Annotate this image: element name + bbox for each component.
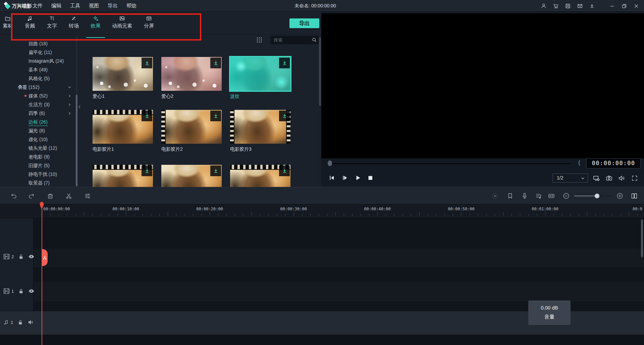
sidebar-item[interactable]: 取景器 (7): [0, 179, 83, 187]
effects-scrollbar-thumb[interactable]: [319, 37, 321, 106]
download-badge[interactable]: [279, 165, 290, 176]
download-badge[interactable]: [142, 165, 152, 176]
close-button[interactable]: [633, 3, 639, 9]
split-view-icon[interactable]: [631, 192, 638, 200]
adjust-icon[interactable]: [84, 192, 91, 200]
effect-thumbnail-film1[interactable]: [93, 110, 153, 144]
lock-open-icon[interactable]: [18, 288, 24, 294]
minimize-button[interactable]: [609, 3, 615, 9]
playhead-line[interactable]: [42, 206, 42, 345]
seek-handle[interactable]: [328, 160, 332, 166]
lock-open-icon[interactable]: [18, 254, 24, 260]
download-badge[interactable]: [142, 111, 152, 121]
download-badge[interactable]: [210, 58, 221, 68]
zoom-in-icon[interactable]: [616, 192, 624, 200]
download-icon[interactable]: [589, 3, 595, 9]
sidebar-item[interactable]: 媒体 (52): [0, 91, 83, 100]
effect-thumbnail-heart1[interactable]: [93, 57, 153, 91]
play-button[interactable]: [355, 175, 361, 181]
sidebar-item-selected[interactable]: 边框 (26): [0, 118, 83, 126]
menu-view[interactable]: 视图: [89, 3, 99, 9]
video-track-lane-2[interactable]: [34, 248, 644, 268]
effect-thumbnail[interactable]: [161, 165, 222, 187]
save-icon[interactable]: [565, 3, 571, 9]
search-input[interactable]: [270, 36, 310, 44]
sidebar-scrollbar-thumb[interactable]: [76, 95, 77, 186]
mark-in-icon[interactable]: {: [578, 159, 580, 166]
playhead-handle[interactable]: [40, 202, 44, 210]
menu-help[interactable]: 帮助: [126, 3, 137, 9]
speaker-icon[interactable]: [28, 319, 34, 325]
lock-open-icon[interactable]: [17, 319, 23, 325]
trash-icon[interactable]: [47, 192, 54, 200]
sidebar-item-group[interactable]: 叠覆 (152): [0, 83, 83, 91]
zoom-slider-handle[interactable]: [595, 194, 599, 198]
eye-icon[interactable]: [28, 288, 35, 294]
sidebar-item[interactable]: 虚化 (10): [0, 135, 83, 144]
sidebar-item[interactable]: 老电影 (9): [0, 152, 83, 161]
sidebar-item[interactable]: 静电干扰 (10): [0, 170, 83, 179]
render-preview-icon[interactable]: [491, 192, 499, 200]
effect-thumbnail[interactable]: [230, 165, 290, 187]
stop-button[interactable]: [367, 175, 374, 181]
search-icon[interactable]: [312, 37, 317, 43]
fullscreen-icon[interactable]: [631, 175, 638, 182]
mixer-icon[interactable]: [535, 192, 542, 200]
redo-icon[interactable]: [28, 192, 36, 200]
undo-icon[interactable]: [10, 192, 17, 200]
sidebar-item[interactable]: 镜头光晕 (12): [0, 144, 83, 152]
zoom-out-icon[interactable]: [562, 192, 570, 200]
chevron-right-icon[interactable]: [68, 94, 71, 98]
export-button[interactable]: 导出: [289, 18, 319, 28]
marker-icon[interactable]: [506, 192, 514, 200]
download-badge[interactable]: [279, 58, 290, 68]
menu-export[interactable]: 导出: [108, 3, 118, 9]
camera-snapshot-icon[interactable]: [605, 175, 613, 182]
zoom-slider[interactable]: [574, 196, 597, 196]
timeline-scrollbar-thumb[interactable]: [641, 219, 643, 257]
speaker-icon[interactable]: [618, 175, 625, 182]
chevron-right-icon[interactable]: [68, 103, 71, 107]
effect-thumbnail-heart2[interactable]: [161, 57, 222, 91]
monitor-settings-icon[interactable]: [593, 175, 600, 182]
chevron-right-icon[interactable]: [68, 112, 71, 115]
eye-icon[interactable]: [28, 254, 35, 260]
download-badge[interactable]: [279, 111, 290, 121]
grid-view-icon[interactable]: [257, 37, 262, 43]
cart-icon[interactable]: [553, 3, 559, 9]
previous-frame-button[interactable]: [329, 175, 335, 181]
sidebar-item[interactable]: 漏光 (8): [0, 126, 83, 135]
download-badge[interactable]: [210, 111, 221, 121]
sidebar-item[interactable]: 风格化 (5): [0, 74, 83, 83]
menu-tools[interactable]: 工具: [70, 3, 80, 9]
download-badge[interactable]: [210, 165, 221, 176]
next-frame-button[interactable]: [341, 175, 348, 181]
download-badge[interactable]: [142, 58, 152, 68]
preview-quality-dropdown[interactable]: 1/2: [552, 174, 588, 183]
sidebar-item[interactable]: 生活方 (3): [0, 100, 83, 109]
restore-button[interactable]: [621, 3, 627, 9]
video-viewport[interactable]: [321, 13, 644, 158]
scissors-icon[interactable]: [65, 192, 72, 200]
fit-timeline-icon[interactable]: [548, 192, 555, 200]
user-icon[interactable]: [541, 3, 547, 9]
sidebar-item[interactable]: 旧膠片 (5): [0, 161, 83, 170]
sidebar-item[interactable]: 四季 (6): [0, 109, 83, 118]
playhead-scissors-handle[interactable]: [42, 249, 48, 266]
menu-file[interactable]: 文件: [33, 3, 43, 9]
collapse-panel-icon[interactable]: [78, 105, 81, 109]
effect-thumbnail-film2[interactable]: [161, 110, 222, 144]
chevron-down-icon[interactable]: [68, 85, 71, 89]
seek-bar[interactable]: [328, 163, 570, 164]
video-track-lane-1[interactable]: [34, 281, 644, 302]
effect-thumbnail[interactable]: [93, 165, 153, 187]
mail-icon[interactable]: [577, 3, 583, 9]
sidebar-item[interactable]: 扁平化 (11): [0, 48, 83, 57]
effect-thumbnail-film3[interactable]: [230, 110, 290, 144]
menu-edit[interactable]: 编辑: [51, 3, 61, 9]
sidebar-item[interactable]: Instagram风 (24): [0, 57, 83, 65]
effect-thumbnail-ripple-selected[interactable]: [230, 57, 290, 91]
timeline-ruler[interactable]: 00:00:00:00 00:00:10:00 00:00:20:00 00:0…: [0, 204, 644, 218]
sidebar-item[interactable]: 基本 (49): [0, 65, 83, 74]
mic-icon[interactable]: [521, 192, 528, 200]
